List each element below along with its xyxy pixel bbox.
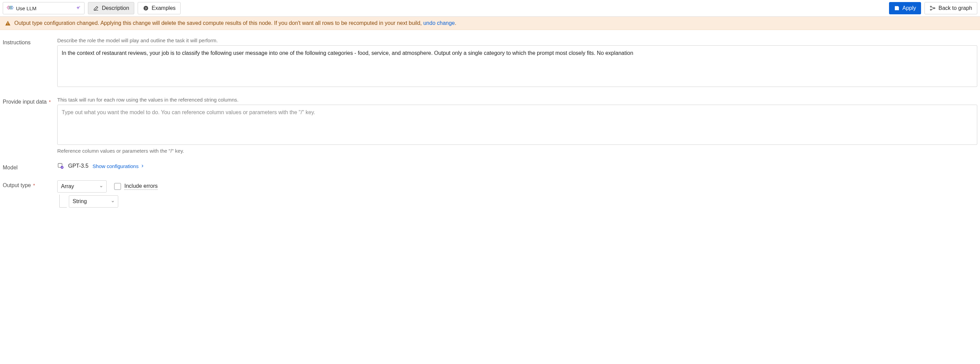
- model-icon: [57, 162, 64, 169]
- warning-text-after: .: [455, 20, 456, 26]
- required-marker: *: [49, 99, 51, 105]
- description-tab-label: Description: [102, 5, 129, 11]
- output-type-label: Output type *: [3, 180, 54, 208]
- node-title-chip[interactable]: Use LLM: [3, 2, 84, 14]
- required-marker: *: [33, 183, 35, 188]
- model-label: Model: [3, 162, 54, 172]
- apply-button[interactable]: Apply: [889, 2, 921, 14]
- svg-rect-8: [8, 25, 8, 25]
- nested-connector: [59, 195, 67, 208]
- apply-button-label: Apply: [902, 5, 916, 11]
- warning-icon: [5, 20, 11, 26]
- chevron-down-icon: [100, 185, 103, 188]
- instructions-helper: Describe the role the model will play an…: [57, 38, 977, 43]
- output-type-label-text: Output type: [3, 182, 31, 188]
- svg-point-5: [930, 9, 931, 10]
- include-errors-label: Include errors: [124, 183, 158, 190]
- output-type-select[interactable]: Array: [57, 180, 107, 192]
- output-subtype-select-value: String: [73, 199, 87, 205]
- include-errors-checkbox[interactable]: [114, 183, 121, 190]
- undo-change-link[interactable]: undo change: [423, 20, 455, 26]
- chevron-right-icon: [141, 164, 144, 168]
- svg-text:?: ?: [145, 6, 147, 10]
- help-icon: ?: [143, 5, 149, 11]
- svg-point-6: [934, 8, 935, 8]
- instructions-row: Instructions Describe the role the model…: [3, 38, 977, 88]
- examples-tab-button[interactable]: ? Examples: [138, 2, 181, 14]
- model-name: GPT-3.5: [68, 163, 89, 169]
- show-configurations-label: Show configurations: [93, 163, 139, 169]
- back-to-graph-button[interactable]: Back to graph: [924, 2, 977, 14]
- llm-icon: [6, 5, 13, 11]
- svg-point-4: [930, 6, 931, 7]
- back-to-graph-label: Back to graph: [939, 5, 972, 11]
- input-data-label: Provide input data *: [3, 97, 54, 154]
- toolbar: Use LLM Description ? Examples: [0, 0, 980, 17]
- show-configurations-link[interactable]: Show configurations: [93, 163, 144, 169]
- node-title-text: Use LLM: [16, 5, 37, 11]
- output-type-select-value: Array: [61, 183, 74, 189]
- output-subtype-row: String: [57, 195, 977, 208]
- input-data-helper-below: Reference column values or parameters wi…: [57, 148, 977, 154]
- sparkle-icon: [75, 5, 81, 11]
- graph-icon: [929, 5, 936, 11]
- examples-tab-label: Examples: [152, 5, 175, 11]
- svg-rect-7: [8, 22, 8, 24]
- warning-banner: Output type configuration changed. Apply…: [0, 17, 980, 30]
- edit-icon: [93, 5, 99, 11]
- instructions-label: Instructions: [3, 38, 54, 88]
- input-data-label-text: Provide input data: [3, 99, 47, 105]
- warning-text: Output type configuration changed. Apply…: [14, 20, 456, 26]
- instructions-textarea[interactable]: [57, 45, 977, 87]
- input-data-helper: This task will run for each row using th…: [57, 97, 977, 103]
- output-type-row: Output type * Array Include errors: [3, 180, 977, 208]
- include-errors-checkbox-wrap[interactable]: Include errors: [114, 183, 158, 190]
- svg-rect-3: [896, 8, 898, 10]
- model-row: Model GPT-3.5 Show configurations: [3, 162, 977, 172]
- form-panel: Instructions Describe the role the model…: [0, 30, 980, 223]
- chevron-down-icon: [111, 200, 115, 203]
- description-tab-button[interactable]: Description: [88, 2, 134, 14]
- svg-rect-2: [896, 6, 898, 8]
- input-data-textarea[interactable]: [57, 105, 977, 145]
- save-icon: [894, 5, 900, 11]
- output-subtype-select[interactable]: String: [69, 195, 118, 208]
- warning-text-before: Output type configuration changed. Apply…: [14, 20, 423, 26]
- input-data-row: Provide input data * This task will run …: [3, 97, 977, 154]
